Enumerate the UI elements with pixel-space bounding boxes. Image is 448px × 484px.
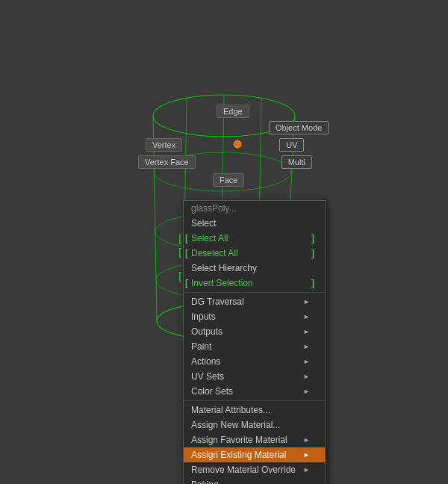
- menu-item-material-attributes[interactable]: Material Attributes...: [184, 403, 325, 418]
- menu-item-select-hierarchy[interactable]: Select Hierarchy: [184, 261, 325, 276]
- multi-mode-button[interactable]: Multi: [281, 155, 312, 169]
- viewport: [ ] [ ] [ ] Edge Object Mode Vertex UV V…: [0, 0, 448, 484]
- arrow-icon: ►: [303, 388, 310, 395]
- object-mode-button[interactable]: Object Mode: [269, 121, 329, 134]
- arrow-icon: ►: [303, 373, 310, 380]
- menu-item-assign-existing-material[interactable]: Assign Existing Material ►: [184, 447, 325, 462]
- menu-item-uv-sets[interactable]: UV Sets ►: [184, 369, 325, 384]
- vertex-mode-button[interactable]: Vertex: [146, 138, 182, 152]
- menu-item-assign-favorite-material[interactable]: Assign Favorite Material ►: [184, 432, 325, 447]
- arrow-icon: ►: [303, 328, 310, 335]
- separator-2: [184, 400, 325, 401]
- menu-item-select[interactable]: Select: [184, 216, 325, 231]
- menu-item-actions[interactable]: Actions ►: [184, 354, 325, 369]
- menu-item-deselect-all[interactable]: Deselect All: [184, 246, 325, 261]
- vertex-face-mode-button[interactable]: Vertex Face: [138, 155, 196, 169]
- separator-1: [184, 292, 325, 293]
- menu-item-outputs[interactable]: Outputs ►: [184, 324, 325, 339]
- menu-item-inputs[interactable]: Inputs ►: [184, 309, 325, 324]
- arrow-icon: ►: [303, 436, 310, 444]
- face-mode-button[interactable]: Face: [213, 173, 244, 187]
- menu-item-select-all[interactable]: Select All: [184, 231, 325, 246]
- uv-mode-button[interactable]: UV: [279, 138, 304, 152]
- arrow-icon: ►: [303, 451, 310, 459]
- edge-mode-button[interactable]: Edge: [217, 105, 249, 118]
- menu-title: glassPoly...: [184, 201, 325, 216]
- menu-item-assign-new-material[interactable]: Assign New Material...: [184, 418, 325, 432]
- menu-item-color-sets[interactable]: Color Sets ►: [184, 384, 325, 399]
- menu-item-baking[interactable]: Baking: [184, 477, 325, 484]
- menu-item-remove-material-override[interactable]: Remove Material Override ►: [184, 462, 325, 477]
- arrow-icon: ►: [303, 358, 310, 365]
- arrow-icon: ►: [303, 298, 310, 305]
- menu-item-paint[interactable]: Paint ►: [184, 339, 325, 354]
- menu-item-invert-selection[interactable]: Invert Selection: [184, 276, 325, 291]
- arrow-icon: ►: [303, 466, 310, 474]
- arrow-icon: ►: [303, 343, 310, 350]
- context-menu: glassPoly... Select Select All Deselect …: [183, 200, 326, 484]
- arrow-icon: ►: [303, 313, 310, 320]
- menu-item-dg-traversal[interactable]: DG Traversal ►: [184, 294, 325, 309]
